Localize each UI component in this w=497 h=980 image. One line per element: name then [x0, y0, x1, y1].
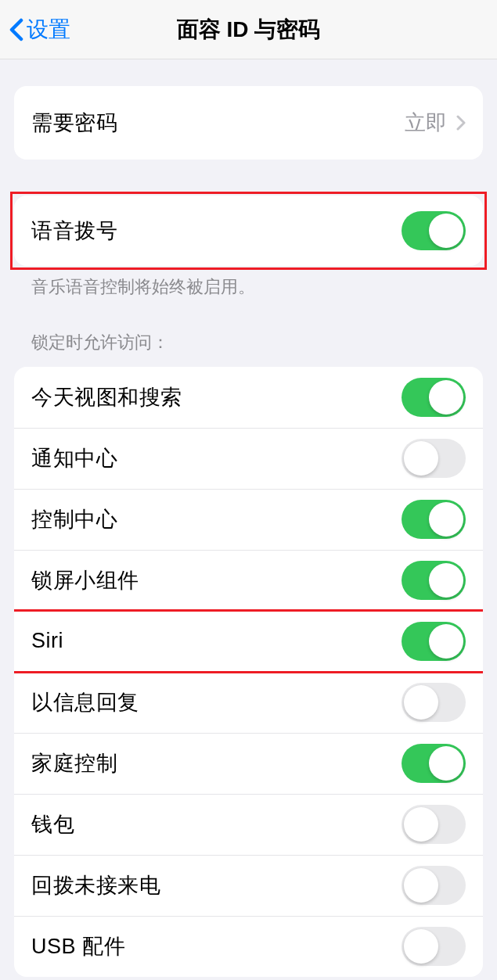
- lock-access-toggle[interactable]: [402, 500, 466, 539]
- chevron-left-icon: [9, 18, 23, 41]
- lock-access-toggle[interactable]: [402, 866, 466, 905]
- lock-access-label: USB 配件: [31, 932, 125, 960]
- lock-access-row: 控制中心: [14, 489, 483, 550]
- lock-access-label: 控制中心: [31, 505, 117, 533]
- toggle-knob: [429, 502, 463, 537]
- lock-access-toggle[interactable]: [402, 683, 466, 722]
- lock-access-label: 回拨未接来电: [31, 871, 160, 899]
- lock-access-toggle[interactable]: [402, 805, 466, 844]
- back-label: 设置: [27, 15, 70, 45]
- siri-row-wrapper: Siri: [14, 611, 483, 672]
- voice-dial-label: 语音拨号: [31, 217, 117, 245]
- lock-access-row: 锁屏小组件: [14, 550, 483, 611]
- lock-access-row: Siri: [14, 611, 483, 672]
- voice-dial-group: 语音拨号: [14, 196, 483, 266]
- lock-access-toggle[interactable]: [402, 622, 466, 661]
- lock-access-toggle[interactable]: [402, 439, 466, 478]
- lock-access-label: 今天视图和搜索: [31, 383, 182, 411]
- passcode-group: 需要密码 立即: [14, 86, 483, 160]
- voice-dial-row: 语音拨号: [14, 196, 483, 266]
- lock-access-toggle[interactable]: [402, 561, 466, 600]
- lock-access-row: 家庭控制: [14, 733, 483, 794]
- lock-access-row: 以信息回复: [14, 672, 483, 733]
- toggle-knob: [429, 563, 463, 598]
- voice-dial-footer: 音乐语音控制将始终被启用。: [14, 266, 483, 300]
- lock-access-row: 回拨未接来电: [14, 855, 483, 916]
- toggle-knob: [404, 868, 438, 903]
- require-passcode-label: 需要密码: [31, 109, 117, 137]
- lock-access-label: 通知中心: [31, 444, 117, 472]
- lock-access-label: 钱包: [31, 810, 74, 838]
- toggle-knob: [429, 380, 463, 415]
- toggle-knob: [404, 441, 438, 476]
- require-passcode-value: 立即: [405, 109, 447, 137]
- lock-access-label: 以信息回复: [31, 688, 139, 716]
- lock-access-label: 家庭控制: [31, 749, 117, 777]
- voice-dial-toggle[interactable]: [402, 211, 466, 250]
- lock-access-group: 今天视图和搜索通知中心控制中心锁屏小组件Siri以信息回复家庭控制钱包回拨未接来…: [14, 367, 483, 977]
- lock-access-label: Siri: [31, 629, 63, 653]
- back-button[interactable]: 设置: [9, 15, 70, 45]
- navigation-bar: 设置 面容 ID 与密码: [0, 0, 497, 59]
- toggle-knob: [404, 807, 438, 842]
- lock-access-row: 今天视图和搜索: [14, 367, 483, 428]
- chevron-right-icon: [456, 115, 466, 131]
- toggle-knob: [429, 214, 463, 248]
- lock-access-header: 锁定时允许访问：: [14, 300, 483, 354]
- toggle-knob: [404, 685, 438, 720]
- toggle-knob: [404, 929, 438, 964]
- require-passcode-row[interactable]: 需要密码 立即: [14, 86, 483, 160]
- lock-access-row: 通知中心: [14, 428, 483, 489]
- lock-access-row: USB 配件: [14, 916, 483, 977]
- page-title: 面容 ID 与密码: [177, 15, 321, 45]
- toggle-knob: [429, 624, 463, 659]
- lock-access-toggle[interactable]: [402, 744, 466, 783]
- lock-access-toggle[interactable]: [402, 378, 466, 417]
- lock-access-footer: iPhone 锁定超过一小时后，需先解锁 iPhone 才能允许USB 配件连接…: [14, 977, 483, 980]
- lock-access-toggle[interactable]: [402, 927, 466, 966]
- lock-access-row: 钱包: [14, 794, 483, 855]
- toggle-knob: [429, 746, 463, 781]
- lock-access-label: 锁屏小组件: [31, 566, 139, 594]
